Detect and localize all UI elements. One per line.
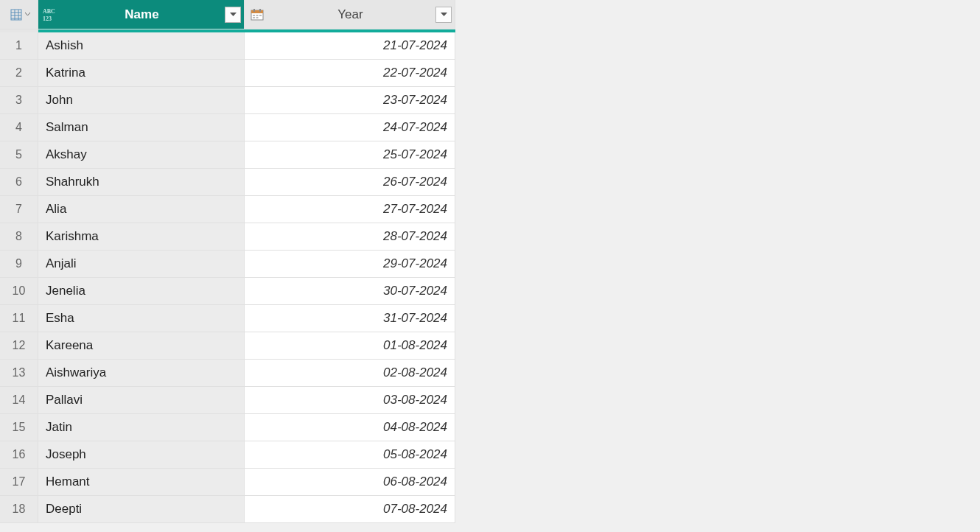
- table-row[interactable]: 14Pallavi03-08-2024: [0, 387, 455, 414]
- cell-name[interactable]: Jenelia: [38, 278, 245, 305]
- row-number[interactable]: 4: [0, 114, 38, 141]
- filter-button-year[interactable]: [435, 7, 452, 23]
- datatype-date-icon: [249, 7, 265, 23]
- cell-year[interactable]: 25-07-2024: [245, 141, 455, 169]
- table-row[interactable]: 5Akshay25-07-2024: [0, 141, 455, 169]
- svg-rect-13: [256, 15, 259, 16]
- svg-rect-10: [253, 9, 255, 12]
- cell-name[interactable]: Karishma: [38, 223, 245, 251]
- table-icon: [8, 7, 24, 23]
- row-number[interactable]: 16: [0, 441, 38, 469]
- table-row[interactable]: 13Aishwariya02-08-2024: [0, 360, 455, 387]
- row-number[interactable]: 7: [0, 196, 38, 223]
- cell-year[interactable]: 05-08-2024: [245, 441, 455, 469]
- svg-rect-11: [259, 9, 261, 12]
- cell-name[interactable]: Akshay: [38, 141, 245, 169]
- cell-year[interactable]: 27-07-2024: [245, 196, 455, 223]
- table-row[interactable]: 2Katrina22-07-2024: [0, 60, 455, 87]
- table-row[interactable]: 16Joseph05-08-2024: [0, 441, 455, 469]
- svg-rect-15: [253, 17, 255, 18]
- column-label: Name: [63, 7, 220, 22]
- table-row[interactable]: 1Ashish21-07-2024: [0, 32, 455, 60]
- cell-year[interactable]: 07-08-2024: [245, 496, 455, 523]
- table-row[interactable]: 7Alia27-07-2024: [0, 196, 455, 223]
- chevron-down-icon: [25, 13, 30, 16]
- chevron-down-icon: [441, 13, 447, 17]
- column-header-name[interactable]: ABC 123 Name: [38, 0, 245, 29]
- chevron-down-icon: [230, 13, 237, 17]
- row-number[interactable]: 13: [0, 360, 38, 387]
- table-row[interactable]: 17Hemant06-08-2024: [0, 469, 455, 496]
- row-number[interactable]: 9: [0, 251, 38, 278]
- svg-rect-9: [251, 10, 263, 13]
- query-table: ABC 123 Name: [0, 0, 455, 523]
- row-number[interactable]: 10: [0, 278, 38, 305]
- cell-name[interactable]: Jatin: [38, 414, 245, 441]
- row-number[interactable]: 8: [0, 223, 38, 251]
- row-number[interactable]: 15: [0, 414, 38, 441]
- cell-year[interactable]: 04-08-2024: [245, 414, 455, 441]
- cell-year[interactable]: 01-08-2024: [245, 332, 455, 360]
- cell-year[interactable]: 30-07-2024: [245, 278, 455, 305]
- cell-year[interactable]: 06-08-2024: [245, 469, 455, 496]
- row-number[interactable]: 6: [0, 169, 38, 196]
- cell-year[interactable]: 02-08-2024: [245, 360, 455, 387]
- svg-rect-14: [259, 15, 262, 16]
- table-row[interactable]: 8Karishma28-07-2024: [0, 223, 455, 251]
- cell-name[interactable]: John: [38, 87, 245, 114]
- cell-name[interactable]: Katrina: [38, 60, 245, 87]
- cell-name[interactable]: Kareena: [38, 332, 245, 360]
- cell-year[interactable]: 29-07-2024: [245, 251, 455, 278]
- row-number[interactable]: 17: [0, 469, 38, 496]
- row-number[interactable]: 3: [0, 87, 38, 114]
- cell-year[interactable]: 03-08-2024: [245, 387, 455, 414]
- cell-year[interactable]: 23-07-2024: [245, 87, 455, 114]
- cell-name[interactable]: Hemant: [38, 469, 245, 496]
- table-row[interactable]: 4Salman24-07-2024: [0, 114, 455, 141]
- table-row[interactable]: 15Jatin04-08-2024: [0, 414, 455, 441]
- cell-year[interactable]: 24-07-2024: [245, 114, 455, 141]
- filter-button-name[interactable]: [225, 7, 241, 23]
- cell-year[interactable]: 31-07-2024: [245, 305, 455, 332]
- row-number[interactable]: 14: [0, 387, 38, 414]
- cell-name[interactable]: Deepti: [38, 496, 245, 523]
- column-header-year[interactable]: Year: [245, 0, 455, 29]
- table-row[interactable]: 10Jenelia30-07-2024: [0, 278, 455, 305]
- table-row[interactable]: 11Esha31-07-2024: [0, 305, 455, 332]
- svg-text:ABC: ABC: [43, 8, 55, 15]
- svg-rect-16: [256, 17, 259, 18]
- column-label: Year: [270, 7, 431, 22]
- cell-name[interactable]: Pallavi: [38, 387, 245, 414]
- cell-year[interactable]: 26-07-2024: [245, 169, 455, 196]
- row-number[interactable]: 1: [0, 32, 38, 60]
- cell-name[interactable]: Salman: [38, 114, 245, 141]
- cell-name[interactable]: Alia: [38, 196, 245, 223]
- table-row[interactable]: 3John23-07-2024: [0, 87, 455, 114]
- table-row[interactable]: 9Anjali29-07-2024: [0, 251, 455, 278]
- select-all-corner[interactable]: [0, 0, 38, 29]
- table-row[interactable]: 18Deepti07-08-2024: [0, 496, 455, 523]
- row-number[interactable]: 11: [0, 305, 38, 332]
- cell-name[interactable]: Joseph: [38, 441, 245, 469]
- row-number[interactable]: 5: [0, 141, 38, 169]
- row-number[interactable]: 18: [0, 496, 38, 523]
- cell-year[interactable]: 22-07-2024: [245, 60, 455, 87]
- cell-year[interactable]: 21-07-2024: [245, 32, 455, 60]
- cell-name[interactable]: Aishwariya: [38, 360, 245, 387]
- cell-year[interactable]: 28-07-2024: [245, 223, 455, 251]
- row-number[interactable]: 2: [0, 60, 38, 87]
- svg-text:123: 123: [43, 15, 52, 22]
- cell-name[interactable]: Shahrukh: [38, 169, 245, 196]
- cell-name[interactable]: Esha: [38, 305, 245, 332]
- table-row[interactable]: 6Shahrukh26-07-2024: [0, 169, 455, 196]
- table-row[interactable]: 12Kareena01-08-2024: [0, 332, 455, 360]
- cell-name[interactable]: Ashish: [38, 32, 245, 60]
- cell-name[interactable]: Anjali: [38, 251, 245, 278]
- row-number[interactable]: 12: [0, 332, 38, 360]
- datatype-any-icon: ABC 123: [43, 7, 59, 23]
- svg-rect-12: [253, 15, 255, 16]
